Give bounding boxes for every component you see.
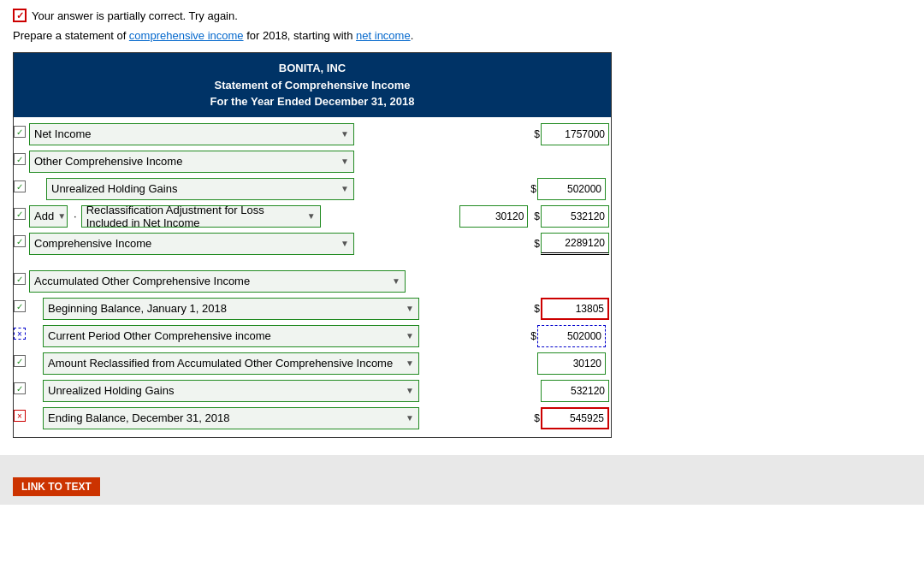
other-comp-label: Other Comprehensive Income — [34, 155, 182, 168]
net-income-input[interactable] — [541, 123, 609, 145]
comp-income-arrow: ▼ — [341, 239, 349, 248]
amount-reclassify-input[interactable] — [537, 352, 606, 375]
accum-check: ✓ — [14, 273, 26, 285]
company-name: BONITA, INC — [22, 60, 602, 77]
amount-reclassify-dropdown[interactable]: Amount Reclassified from Accumulated Oth… — [43, 352, 419, 375]
net-income-arrow: ▼ — [341, 129, 349, 139]
comp-income-input[interactable] — [541, 233, 609, 255]
status-message: Your answer is partially correct. Try ag… — [32, 9, 238, 22]
check-icon: ✓ — [13, 9, 27, 22]
unrealized-label: Unrealized Holding Gains — [51, 182, 177, 195]
unrealized-arrow: ▼ — [341, 184, 349, 193]
unrealized2-check: ✓ — [14, 382, 26, 394]
statement-period: For the Year Ended December 31, 2018 — [22, 93, 602, 110]
status-bar: ✓ Your answer is partially correct. Try … — [13, 9, 911, 22]
amount-reclassify-check: ✓ — [14, 355, 26, 367]
reclassify-dropdown[interactable]: Reclassification Adjustment for Loss Inc… — [81, 205, 321, 228]
unrealized2-dropdown[interactable]: Unrealized Holding Gains ▼ — [43, 380, 419, 402]
reclassify-check: ✓ — [14, 208, 26, 220]
comp-income-check: ✓ — [14, 235, 26, 247]
reclassify-arrow: ▼ — [307, 211, 316, 221]
statement-container: BONITA, INC Statement of Comprehensive I… — [13, 52, 612, 438]
reclassify-input[interactable] — [459, 205, 528, 228]
unrealized-dropdown[interactable]: Unrealized Holding Gains ▼ — [46, 178, 354, 200]
current-period-arrow: ▼ — [406, 331, 414, 340]
net-income-check: ✓ — [14, 126, 26, 138]
net-income-label: Net Income — [34, 127, 91, 140]
ending-dropdown[interactable]: Ending Balance, December 31, 2018 ▼ — [43, 407, 419, 429]
beginning-dropdown[interactable]: Beginning Balance, January 1, 2018 ▼ — [43, 298, 419, 320]
unrealized-check: ✓ — [14, 180, 26, 192]
other-comp-check: ✓ — [14, 153, 26, 165]
amount-reclassify-arrow: ▼ — [406, 358, 414, 368]
link-to-text-button[interactable]: LINK TO TEXT — [13, 477, 100, 496]
reclassify-label: Reclassification Adjustment for Loss Inc… — [86, 204, 304, 229]
unrealized2-label: Unrealized Holding Gains — [48, 384, 174, 397]
reclassify-total-input[interactable] — [541, 205, 609, 228]
statement-header: BONITA, INC Statement of Comprehensive I… — [14, 53, 611, 117]
accum-arrow: ▼ — [392, 276, 400, 286]
add-label: Add — [34, 210, 54, 222]
current-period-input[interactable] — [537, 325, 606, 347]
footer: LINK TO TEXT — [0, 455, 924, 505]
accum-label: Accumulated Other Comprehensive Income — [34, 275, 250, 287]
current-period-check: × — [14, 328, 26, 340]
unrealized2-arrow: ▼ — [406, 386, 414, 395]
ending-check: × — [14, 410, 26, 422]
add-dropdown[interactable]: Add ▼ — [29, 205, 68, 228]
amount-reclassify-label: Amount Reclassified from Accumulated Oth… — [48, 357, 393, 370]
comp-income-label: Comprehensive Income — [34, 237, 151, 250]
accum-dropdown[interactable]: Accumulated Other Comprehensive Income ▼ — [29, 270, 406, 293]
add-arrow: ▼ — [57, 211, 66, 221]
ending-arrow: ▼ — [406, 413, 414, 423]
current-period-dropdown[interactable]: Current Period Other Comprehensive incom… — [43, 325, 419, 347]
dot-separator: · — [74, 210, 77, 222]
ending-input[interactable] — [541, 407, 609, 429]
ending-label: Ending Balance, December 31, 2018 — [48, 411, 229, 424]
other-comp-arrow: ▼ — [341, 157, 349, 166]
current-period-label: Current Period Other Comprehensive incom… — [48, 329, 271, 342]
net-income-dropdown[interactable]: Net Income ▼ — [29, 123, 354, 145]
comp-income-dropdown[interactable]: Comprehensive Income ▼ — [29, 233, 354, 255]
beginning-label: Beginning Balance, January 1, 2018 — [48, 302, 227, 315]
beginning-input[interactable] — [541, 298, 609, 320]
beginning-arrow: ▼ — [406, 304, 414, 313]
other-comp-dropdown[interactable]: Other Comprehensive Income ▼ — [29, 151, 354, 173]
unrealized2-input[interactable] — [541, 380, 609, 402]
statement-title: Statement of Comprehensive Income — [22, 77, 602, 94]
unrealized-input[interactable] — [537, 178, 606, 200]
instruction: Prepare a statement of comprehensive inc… — [13, 29, 911, 42]
beginning-check: ✓ — [14, 300, 26, 312]
